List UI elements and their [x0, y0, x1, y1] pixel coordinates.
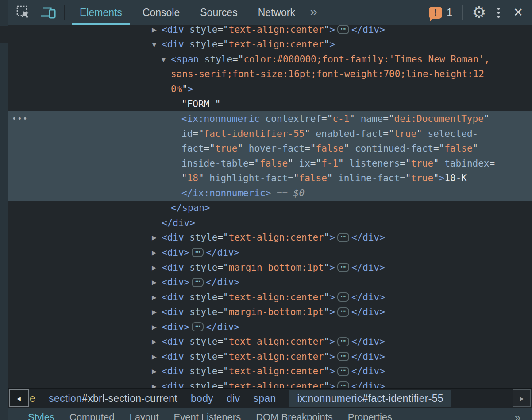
- inspect-element-icon[interactable]: [14, 3, 33, 22]
- device-toolbar-icon[interactable]: [38, 3, 59, 22]
- tree-row-selected[interactable]: inside-table="false" ix="f-1" listeners=…: [8, 156, 532, 171]
- code-token-pun: =": [217, 232, 228, 243]
- tree-row[interactable]: ▶<div style="text-align:center">⋯</div>: [8, 379, 532, 388]
- tree-row[interactable]: </div>: [8, 215, 532, 230]
- expand-arrow-icon[interactable]: ▶: [152, 383, 157, 388]
- code-token-tag: </ix:nonnumeric>: [181, 188, 271, 198]
- inline-expand-icon[interactable]: ⋯: [337, 337, 349, 346]
- breadcrumb-text: body: [191, 393, 213, 404]
- code-token-tag: >: [329, 307, 335, 317]
- tree-row[interactable]: ▶<div style="text-align:center">⋯</div>: [8, 334, 532, 349]
- inline-expand-icon[interactable]: ⋯: [192, 278, 204, 287]
- breadcrumb-item[interactable]: e: [30, 393, 35, 404]
- code-token-attr: style: [184, 232, 218, 243]
- inline-expand-icon[interactable]: ⋯: [337, 307, 349, 317]
- tree-row-selected[interactable]: id="fact-identifier-55" enabled-fact="tr…: [8, 126, 532, 141]
- tree-row[interactable]: ▶<div style="margin-bottom:1pt">⋯</div>: [8, 260, 532, 275]
- error-count: 1: [447, 6, 452, 19]
- inline-expand-icon[interactable]: ⋯: [337, 25, 349, 34]
- tab-elements[interactable]: Elements: [69, 0, 132, 25]
- tab-console[interactable]: Console: [132, 0, 190, 25]
- code-token-tag: >: [329, 336, 335, 347]
- inline-expand-icon[interactable]: ⋯: [192, 322, 204, 331]
- tree-row-selected[interactable]: fact="true" hover-fact="false" continued…: [8, 141, 532, 156]
- tree-row[interactable]: ▶<div>⋯</div>: [8, 245, 532, 260]
- expand-arrow-icon[interactable]: ▶: [152, 338, 157, 345]
- code-token-attr: name: [355, 113, 383, 124]
- tab-network[interactable]: Network: [248, 0, 305, 25]
- breadcrumb-item[interactable]: div: [227, 393, 240, 404]
- tree-row[interactable]: ▶<div style="text-align:center">⋯</div>: [8, 290, 532, 305]
- selected-row-more-icon[interactable]: •••: [12, 114, 28, 123]
- inline-expand-icon[interactable]: ⋯: [337, 367, 349, 376]
- tree-row[interactable]: ▶<div>⋯</div>: [8, 319, 532, 334]
- settings-gear-icon[interactable]: ⚙: [470, 4, 488, 20]
- expand-arrow-icon[interactable]: ▶: [152, 279, 157, 286]
- code-token-tag: </div>: [351, 307, 385, 317]
- code-token-pun: =": [193, 128, 204, 139]
- tree-row-selected[interactable]: "18" highlight-fact="false" inline-fact=…: [8, 171, 532, 186]
- expand-arrow-icon[interactable]: ▶: [152, 308, 157, 315]
- tree-row[interactable]: </span>: [8, 201, 532, 216]
- inline-expand-icon[interactable]: ⋯: [337, 292, 349, 302]
- tree-row[interactable]: ▼<div style="text-align:center">: [8, 37, 532, 52]
- sidebar-tab-styles[interactable]: Styles: [28, 412, 54, 420]
- code-token-attr: inline-fact: [332, 173, 400, 183]
- breadcrumb-text: e: [30, 393, 35, 404]
- tree-row[interactable]: ▶<div>⋯</div>: [8, 275, 532, 290]
- close-devtools-icon[interactable]: ✕: [513, 5, 523, 19]
- inline-expand-icon[interactable]: ⋯: [337, 352, 349, 361]
- tree-row[interactable]: sans-serif;font-size:16pt;font-weight:70…: [8, 67, 532, 82]
- code-token-val: false: [444, 143, 472, 154]
- breadcrumb-item-selected[interactable]: ix:nonnumeric#fact-identifier-55: [289, 390, 451, 407]
- expand-arrow-icon[interactable]: ▶: [152, 353, 157, 360]
- tree-row[interactable]: ▶<div style="text-align:center">⋯</div>: [8, 364, 532, 379]
- tree-row[interactable]: ▶<div style="text-align:center">⋯</div>: [8, 349, 532, 364]
- tree-row[interactable]: ▶<div style="text-align:center">⋯</div>: [8, 25, 532, 37]
- code-token-tag: </div>: [351, 366, 385, 377]
- toolbar-right-cluster: ! 1 ⚙ ✕: [429, 4, 532, 20]
- code-token-tag: </span>: [171, 202, 210, 213]
- sidebar-tab-event-listeners[interactable]: Event Listeners: [174, 412, 241, 420]
- inline-expand-icon[interactable]: ⋯: [337, 233, 349, 242]
- inline-expand-icon[interactable]: ⋯: [337, 263, 349, 272]
- error-badge-icon[interactable]: !: [429, 7, 442, 19]
- inline-expand-icon[interactable]: ⋯: [192, 248, 204, 257]
- sidebar-tab-computed[interactable]: Computed: [69, 412, 115, 420]
- tree-row[interactable]: "FORM ": [8, 97, 532, 112]
- collapse-arrow-icon[interactable]: ▼: [161, 56, 166, 63]
- tree-row[interactable]: ▶<div style="text-align:center">⋯</div>: [8, 230, 532, 245]
- tree-row[interactable]: ▼<span style="color:#000000;font-family:…: [8, 52, 532, 67]
- breadcrumb-item[interactable]: section#xbrl-section-current: [49, 393, 177, 404]
- code-token-tag: <div: [162, 381, 184, 388]
- expand-arrow-icon[interactable]: ▶: [152, 249, 157, 256]
- sidebar-tab-dom-breakpoints[interactable]: DOM Breakpoints: [256, 412, 333, 420]
- expand-arrow-icon[interactable]: ▶: [152, 264, 157, 271]
- expand-arrow-icon[interactable]: ▶: [152, 234, 157, 241]
- elements-tree-panel[interactable]: ▶<div style="text-align:center">⋯</div>▼…: [8, 25, 532, 388]
- breadcrumb-scroll-left-icon[interactable]: ◂: [9, 389, 29, 407]
- expand-arrow-icon[interactable]: ▶: [152, 323, 157, 331]
- code-token-pun: ": [344, 143, 350, 154]
- code-token-val: margin-bottom:1pt: [229, 262, 324, 273]
- code-token-val: true: [215, 143, 238, 154]
- tab-sources[interactable]: Sources: [190, 0, 247, 25]
- breadcrumb-item[interactable]: body: [191, 393, 213, 404]
- sidebar-tab-properties[interactable]: Properties: [348, 412, 392, 420]
- inline-expand-icon[interactable]: ⋯: [337, 381, 349, 388]
- tree-row-selected[interactable]: •••<ix:nonnumeric contextref="c-1" name=…: [8, 111, 532, 126]
- sidebar-tab-layout[interactable]: Layout: [129, 412, 158, 420]
- expand-arrow-icon[interactable]: ▶: [152, 294, 157, 301]
- collapse-arrow-icon[interactable]: ▼: [152, 41, 157, 48]
- breadcrumb-scroll-right-icon[interactable]: ▸: [513, 389, 531, 407]
- breadcrumb-item[interactable]: span: [253, 393, 276, 404]
- expand-arrow-icon[interactable]: ▶: [152, 368, 157, 375]
- code-token-val: margin-bottom:1pt: [229, 307, 324, 317]
- more-options-kebab-icon[interactable]: [496, 6, 501, 19]
- expand-arrow-icon[interactable]: ▶: [152, 26, 157, 33]
- sidebar-more-tabs-chevron-icon[interactable]: »: [515, 412, 520, 420]
- more-panels-chevron-icon[interactable]: »: [305, 4, 322, 19]
- tree-row[interactable]: 0%">: [8, 82, 532, 97]
- tree-row-selected[interactable]: </ix:nonnumeric> == $0: [8, 186, 532, 201]
- tree-row[interactable]: ▶<div style="margin-bottom:1pt">⋯</div>: [8, 304, 532, 319]
